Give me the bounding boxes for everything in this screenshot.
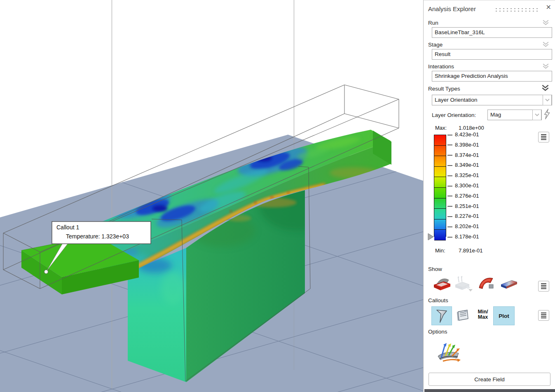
legend-color-segment [434, 167, 446, 177]
legend-color-segment [434, 219, 446, 230]
legend-tick: 8.423e-01 [447, 131, 479, 138]
close-icon[interactable]: ✕ [546, 3, 551, 12]
legend-color-segment [434, 209, 446, 219]
window-bottom-edge [424, 389, 555, 392]
create-field-button[interactable]: Create Field [429, 373, 550, 386]
legend-color-segment [434, 230, 446, 240]
panel-title: Analysis Explorer [428, 5, 476, 12]
show-part-icon[interactable] [433, 275, 451, 292]
refresh-lightning-icon[interactable] [543, 109, 550, 119]
legend-tick: 8.202e-01 [447, 223, 479, 229]
legend-tick: 8.227e-01 [447, 213, 479, 219]
analysis-explorer-panel: Analysis Explorer ✕ Run BaseLineTbar_316… [423, 0, 555, 392]
stage-label: Stage [428, 42, 443, 48]
callout-probe-button[interactable] [431, 306, 452, 325]
show-contour-bar-icon[interactable] [499, 276, 518, 291]
legend-min-value: 7.891e-01 [459, 247, 483, 254]
result-types-select[interactable]: Layer Orientation [432, 95, 552, 105]
callout-plot-button[interactable]: Plot [493, 306, 515, 325]
callout-value: Temperature: 1.323e+03 [66, 233, 129, 240]
minmax-line2: Max [476, 315, 489, 320]
callouts-menu-button[interactable] [538, 310, 549, 321]
legend-tick: 8.325e-01 [447, 172, 479, 178]
legend-color-segment [434, 156, 446, 167]
component-label: Layer Orientation: [432, 112, 476, 118]
run-label: Run [428, 20, 438, 26]
component-dropdown-icon[interactable] [532, 110, 541, 120]
legend-min-label: Min: [435, 247, 445, 254]
drag-handle[interactable] [494, 7, 539, 12]
legend-colorbar [434, 135, 446, 237]
collapse-run-chevron-icon[interactable] [542, 19, 549, 26]
collapse-result-types-chevron-icon[interactable] [541, 84, 549, 91]
result-types-label: Result Types [428, 86, 460, 92]
legend-tick: 8.300e-01 [447, 182, 479, 189]
legend-color-segment [434, 188, 446, 198]
application-window: Callout 1 Temperature: 1.323e+03 Analysi… [0, 0, 555, 392]
show-machine-dropdown-icon[interactable] [468, 289, 473, 292]
component-value: Mag [490, 112, 501, 118]
legend-tick: 8.251e-01 [447, 203, 479, 209]
callout-report-icon[interactable] [456, 308, 470, 322]
collapse-stage-chevron-icon[interactable] [542, 41, 549, 47]
callout-minmax-button[interactable]: Min/ Max [476, 309, 489, 320]
legend-tick: 8.349e-01 [447, 162, 479, 168]
legend-menu-button[interactable] [538, 132, 549, 142]
legend-tick: 8.276e-01 [447, 193, 479, 199]
options-label: Options [428, 329, 447, 335]
legend-color-segment [434, 198, 446, 209]
iterations-input[interactable]: Shrinkage Prediction Analysis [432, 71, 552, 82]
show-label: Show [428, 266, 442, 272]
result-types-value: Layer Orientation [435, 97, 478, 103]
show-menu-button[interactable] [538, 281, 549, 292]
legend-max-value: 1.018e+00 [459, 125, 484, 131]
legend-max-label: Max: [435, 125, 447, 131]
callouts-label: Callouts [428, 297, 448, 303]
options-vectors-icon[interactable] [435, 340, 461, 364]
component-select[interactable]: Mag [487, 110, 542, 120]
plot-label: Plot [499, 313, 509, 319]
iterations-label: Interations [428, 63, 454, 70]
collapse-iterations-chevron-icon[interactable] [542, 63, 549, 69]
show-deformed-part-icon[interactable] [477, 275, 495, 292]
stage-input[interactable]: Result [432, 49, 552, 60]
legend-color-segment [434, 177, 446, 188]
result-types-dropdown-icon[interactable] [543, 95, 552, 105]
legend-tick: 8.178e-01 [447, 233, 479, 240]
callout-title: Callout 1 [56, 224, 79, 231]
legend-color-segment [434, 135, 446, 146]
run-input[interactable]: BaseLineTbar_316L [432, 27, 552, 38]
legend-tick: 8.398e-01 [447, 142, 479, 148]
legend-color-segment [434, 146, 446, 156]
legend-range-slider-icon[interactable] [427, 233, 434, 241]
legend-tick: 8.374e-01 [447, 152, 479, 158]
